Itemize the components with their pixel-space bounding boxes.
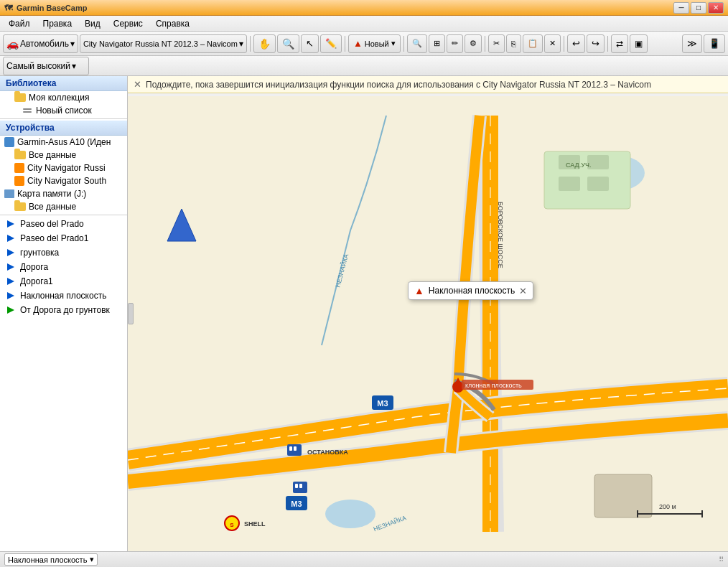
sidebar-item-new-list[interactable]: Новый список xyxy=(0,104,127,117)
redo-button[interactable]: ↪ xyxy=(587,34,605,53)
vehicle-chevron: ▾ xyxy=(70,39,75,49)
track-flag-3 xyxy=(6,262,16,272)
map-canvas[interactable]: САД.УЧ. НЕЗНАЙКА БОРОВСКОЕ ШОССЕ xyxy=(128,96,728,551)
track-item-3[interactable]: Дорога xyxy=(0,260,127,274)
paste-button[interactable]: 📋 xyxy=(523,34,543,53)
new-label: Новый xyxy=(365,39,389,48)
device-send-button[interactable]: 📱 xyxy=(704,34,725,53)
undo-button[interactable]: ↩ xyxy=(567,34,585,53)
new-icon: ▲ xyxy=(353,38,363,49)
track-item-6[interactable]: От Дорога до грунтовк xyxy=(0,303,127,317)
menu-help[interactable]: Справка xyxy=(150,17,195,30)
svg-text:SHELL: SHELL xyxy=(244,520,266,528)
extra-button[interactable]: ≫ xyxy=(682,34,702,53)
svg-marker-3 xyxy=(7,263,14,271)
folder-icon xyxy=(14,93,26,102)
svg-text:ОСТАНОВКА: ОСТАНОВКА xyxy=(307,449,348,456)
delete-button[interactable]: ✕ xyxy=(544,34,561,53)
track-name-2: грунтовка xyxy=(20,248,59,258)
map-chevron: ▾ xyxy=(239,39,243,49)
sidebar-item-map2[interactable]: City Navigator South xyxy=(0,174,127,187)
track-item-1[interactable]: Paseo del Prado1 xyxy=(0,231,127,245)
edit-button[interactable]: ✏ xyxy=(447,34,463,53)
status-item-dropdown[interactable]: Наклонная плоскость ▾ xyxy=(4,553,98,566)
main-toolbar: 🚗 Автомобиль ▾ City Navigator Russia NT … xyxy=(0,32,728,56)
new-chevron: ▾ xyxy=(391,39,396,48)
sidebar-item-memory-card[interactable]: Карта памяти (J:) xyxy=(0,187,127,200)
track-name-0: Paseo del Prado xyxy=(20,219,84,229)
maximize-button[interactable]: □ xyxy=(691,2,706,14)
paste-icon: 📋 xyxy=(528,39,538,48)
vehicle-dropdown[interactable]: 🚗 Автомобиль ▾ xyxy=(3,34,78,53)
pan-tool-button[interactable]: ✋ xyxy=(253,34,276,53)
menu-file[interactable]: Файл xyxy=(3,17,36,30)
zoom-in-icon: 🔍 xyxy=(282,38,294,50)
secondary-toolbar: Самый высокий ▾ xyxy=(0,56,728,76)
folder-icon-2 xyxy=(14,151,26,159)
map-area[interactable]: ✕ Подождите, пока завершится инициализац… xyxy=(128,76,728,551)
toolbar-sep-4 xyxy=(485,36,485,52)
toolbar-sep-2 xyxy=(345,36,345,52)
sidebar-item-map1[interactable]: City Navigator Russi xyxy=(0,161,127,174)
title-bar-left: 🗺 Garmin BaseCamp xyxy=(4,4,87,12)
view-mode-icon: ▣ xyxy=(635,39,643,49)
menu-view[interactable]: Вид xyxy=(79,17,106,30)
svg-marker-6 xyxy=(7,306,14,314)
menu-service[interactable]: Сервис xyxy=(108,17,149,30)
svg-text:М3: М3 xyxy=(377,399,388,408)
draw-tool-button[interactable]: ✏️ xyxy=(320,34,342,53)
vehicle-label: Автомобиль xyxy=(20,39,69,49)
sync-icon: ⇄ xyxy=(616,39,623,49)
sync-button[interactable]: ⇄ xyxy=(611,34,628,53)
view-mode-button[interactable]: ▣ xyxy=(630,34,648,53)
my-collection-label: Моя коллекция xyxy=(29,93,89,103)
memory-card-label: Карта памяти (J:) xyxy=(17,189,86,199)
quality-chevron: ▾ xyxy=(72,61,76,71)
popup-close-button[interactable]: ✕ xyxy=(519,286,527,296)
track-item-0[interactable]: Paseo del Prado xyxy=(0,217,127,231)
close-button[interactable]: ✕ xyxy=(708,2,724,14)
track-flag-5 xyxy=(6,291,16,301)
cut-icon: ✂ xyxy=(493,39,500,48)
toolbar-sep-1 xyxy=(250,36,251,52)
new-list-label: Новый список xyxy=(36,106,92,116)
copy-icon: ⎘ xyxy=(511,39,516,48)
copy-button[interactable]: ⎘ xyxy=(506,34,521,53)
sidebar-resize-handle[interactable] xyxy=(128,303,134,324)
sidebar-item-all-data-2[interactable]: Все данные xyxy=(0,200,127,213)
resize-grip: ⠿ xyxy=(719,556,724,563)
map-label: City Navigator Russia NT 2012.3 – Navico… xyxy=(83,39,238,48)
toolbar-sep-5 xyxy=(564,36,564,52)
sidebar-item-device[interactable]: Garmin-Asus A10 (Иден xyxy=(0,136,127,149)
select-all-icon: ⊞ xyxy=(434,39,440,48)
new-button[interactable]: ▲ Новый ▾ xyxy=(348,34,401,53)
minimize-button[interactable]: ─ xyxy=(673,2,689,14)
track-item-4[interactable]: Дорога1 xyxy=(0,274,127,289)
cut-button[interactable]: ✂ xyxy=(488,34,505,53)
sidebar-item-my-collection[interactable]: Моя коллекция xyxy=(0,91,127,104)
settings-icon: ⚙ xyxy=(470,39,477,48)
extra-icon: ≫ xyxy=(687,38,697,49)
device-send-icon: 📱 xyxy=(709,38,720,49)
sidebar: Библиотека Моя коллекция Новый список Ус… xyxy=(0,76,128,551)
svg-rect-27 xyxy=(295,484,298,488)
track-item-5[interactable]: Наклонная плоскость xyxy=(0,289,127,303)
quality-dropdown[interactable]: Самый высокий ▾ xyxy=(3,57,89,75)
settings-button[interactable]: ⚙ xyxy=(465,34,482,53)
track-name-6: От Дорога до грунтовк xyxy=(20,305,110,315)
device-name-label: Garmin-Asus A10 (Иден xyxy=(17,137,111,147)
map1-label: City Navigator Russi xyxy=(27,163,106,173)
info-close-button[interactable]: ✕ xyxy=(134,79,141,90)
menu-edit[interactable]: Правка xyxy=(37,17,78,30)
title-bar: 🗺 Garmin BaseCamp ─ □ ✕ xyxy=(0,0,728,16)
select-all-button[interactable]: ⊞ xyxy=(429,34,445,53)
map-dropdown[interactable]: City Navigator Russia NT 2012.3 – Navico… xyxy=(80,34,247,53)
pointer-tool-button[interactable]: ↖ xyxy=(301,34,319,53)
status-chevron: ▾ xyxy=(90,555,94,564)
track-item-2[interactable]: грунтовка xyxy=(0,245,127,260)
find-button[interactable]: 🔍 xyxy=(407,34,427,53)
svg-rect-23 xyxy=(289,446,292,451)
sidebar-item-all-data-1[interactable]: Все данные xyxy=(0,149,127,161)
track-name-5: Наклонная плоскость xyxy=(20,291,106,301)
zoom-in-button[interactable]: 🔍 xyxy=(277,34,299,53)
